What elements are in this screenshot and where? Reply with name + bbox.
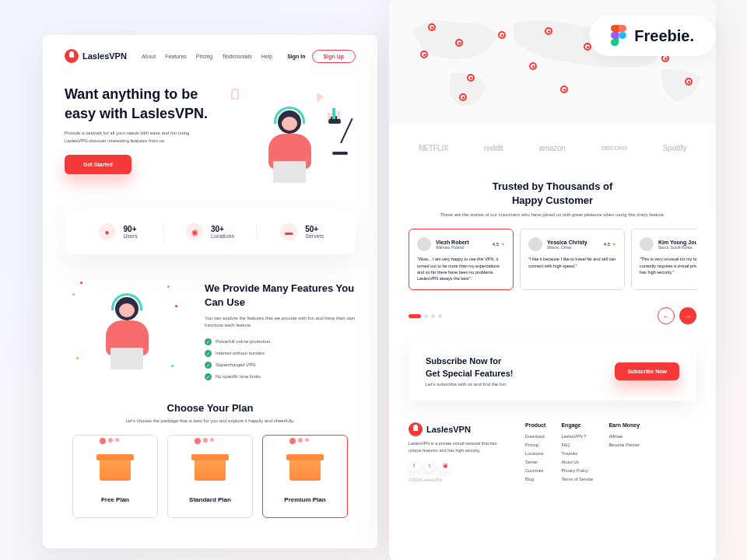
nav-testimonials[interactable]: Testimonials [222, 54, 252, 59]
subscribe-title: Subscribe Now forGet Special Features! [426, 355, 514, 380]
testimonial-card[interactable]: Kim Young JouSeoul, South Korea4.5★ "Thi… [631, 229, 696, 290]
features-section: We Provide Many Features You Can Use You… [43, 270, 377, 394]
freebie-text: Freebie. [634, 27, 694, 45]
footer-product: Product Download Pricing Locations Serve… [525, 422, 545, 485]
testimonials-subtitle: These are the stories of our customers w… [409, 212, 696, 217]
avatar [417, 237, 431, 251]
brand-amazon: amazon [538, 144, 565, 152]
footer-link[interactable]: About Us [561, 460, 593, 464]
landing-panel-bottom: NETFLIX reddit amazon DISCORD Spotify Tr… [389, 0, 716, 560]
avatar [640, 237, 654, 251]
stat-servers: ▬50+Servers [257, 223, 348, 240]
nav-features[interactable]: Features [165, 54, 187, 59]
freebie-badge: Freebie. [589, 16, 716, 56]
footer-link[interactable]: Become Partner [608, 443, 640, 447]
location-icon: ◉ [186, 223, 203, 240]
rating: 4.5★ [493, 241, 505, 247]
hero-title: Want anything to beeasy with LaslesVPN. [65, 85, 212, 124]
check-icon: ✓ [205, 373, 212, 380]
stat-users: ●90+Users [72, 223, 164, 240]
footer-logo[interactable]: LaslesVPN [409, 422, 510, 436]
carousel-dot[interactable] [431, 314, 435, 318]
carousel-dot[interactable] [438, 314, 442, 318]
footer-link[interactable]: Server [525, 460, 545, 464]
plans-section: Choose Your Plan Let's choose the packag… [43, 394, 377, 526]
plans-subtitle: Let's choose the package that is best fo… [65, 418, 356, 423]
footer-link[interactable]: Download [525, 434, 545, 439]
logo-text: LaslesVPN [82, 51, 127, 61]
arrow-left-button[interactable]: ← [658, 307, 675, 324]
box-icon [286, 450, 324, 488]
brand-discord: DISCORD [601, 145, 626, 152]
copyright: ©2020LaslesVPN [409, 478, 510, 482]
nav-pricing[interactable]: Pricing [196, 54, 212, 59]
subscribe-box: Subscribe Now forGet Special Features! L… [409, 341, 696, 401]
brand-netflix: NETFLIX [419, 144, 448, 152]
nav-help[interactable]: Help [261, 54, 272, 59]
footer-link[interactable]: Terms of Service [561, 477, 593, 481]
star-icon: ★ [612, 241, 616, 247]
avatar [528, 237, 542, 251]
box-icon [96, 450, 135, 488]
feature-item: ✓Internet without borders. [205, 348, 356, 359]
carousel-dots [409, 314, 442, 318]
hero-section: Want anything to beeasy with LaslesVPN. … [43, 77, 377, 194]
brand-logos: NETFLIX reddit amazon DISCORD Spotify [389, 124, 716, 172]
footer-link[interactable]: Privacy Policy [561, 468, 593, 473]
feature-item: ✓Powerfull online protection. [205, 336, 356, 348]
footer-link[interactable]: Pricing [525, 443, 545, 447]
navbar: LaslesVPN About Features Pricing Testimo… [43, 35, 377, 77]
subscribe-button[interactable]: Subscribe Now [615, 362, 679, 380]
user-icon: ● [99, 223, 116, 240]
check-icon: ✓ [205, 350, 212, 357]
footer-link[interactable]: Countries [525, 468, 545, 473]
twitter-icon[interactable]: t [424, 460, 435, 471]
plan-standard[interactable]: Standard Plan [167, 435, 253, 518]
check-icon: ✓ [205, 362, 212, 369]
star-icon: ★ [500, 241, 505, 247]
get-started-button[interactable]: Get Started [65, 155, 132, 174]
logo[interactable]: LaslesVPN [65, 49, 127, 63]
footer-about: LaslesVPN is a private virtual network t… [409, 440, 510, 454]
check-icon: ✓ [205, 338, 212, 345]
facebook-icon[interactable]: f [409, 460, 419, 471]
features-list: ✓Powerfull online protection. ✓Internet … [205, 336, 356, 383]
plan-free[interactable]: Free Plan [72, 435, 158, 518]
carousel-controls: ← → [389, 298, 716, 334]
plans-title: Choose Your Plan [65, 402, 356, 414]
box-icon [191, 450, 230, 488]
stats-bar: ●90+Users ◉30+Locations ▬50+Servers [65, 209, 356, 254]
testimonials-section: Trusted by Thousands ofHappy Customer Th… [389, 172, 716, 298]
testimonial-card[interactable]: Yessica ChristyShanxi, China4.5★ "I like… [520, 229, 625, 290]
feature-item: ✓No specific time limits. [205, 371, 356, 383]
nav-about[interactable]: About [142, 54, 156, 59]
rating: 4.5★ [604, 241, 616, 247]
arrow-right-button[interactable]: → [679, 307, 696, 324]
carousel-dot[interactable] [409, 314, 421, 318]
footer-link[interactable]: Blog [525, 477, 545, 481]
footer: LaslesVPN LaslesVPN is a private virtual… [389, 408, 716, 499]
logo-icon [65, 49, 79, 63]
footer-link[interactable]: LaslesVPN ? [561, 434, 593, 439]
subscribe-subtitle: Let's subscribe with us and find the fun… [426, 382, 514, 387]
footer-link[interactable]: Affiliate [608, 434, 640, 439]
carousel-dot[interactable] [424, 314, 428, 318]
plan-premium[interactable]: Premium Plan [262, 435, 348, 518]
nav-links: About Features Pricing Testimonials Help [142, 54, 272, 59]
server-icon: ▬ [280, 223, 297, 240]
brand-spotify: Spotify [663, 144, 686, 152]
features-illustration [65, 282, 189, 383]
footer-link[interactable]: FAQ [561, 443, 593, 447]
footer-earn: Earn Money Affiliate Become Partner [608, 422, 640, 485]
features-title: We Provide Many Features You Can Use [205, 282, 356, 310]
footer-link[interactable]: Tutorials [561, 451, 593, 456]
testimonial-card[interactable]: Viezh RobertWarsaw, Poland4.5★ "Wow... I… [409, 229, 514, 290]
feature-item: ✓Supercharged VPN [205, 359, 356, 371]
signup-button[interactable]: Sign Up [312, 50, 356, 63]
footer-engage: Engage LaslesVPN ? FAQ Tutorials About U… [561, 422, 593, 485]
hero-illustration [223, 85, 356, 186]
footer-link[interactable]: Locations [525, 451, 545, 456]
instagram-icon[interactable]: ▣ [440, 460, 451, 471]
figma-icon [611, 25, 626, 47]
signin-link[interactable]: Sign In [287, 54, 305, 59]
